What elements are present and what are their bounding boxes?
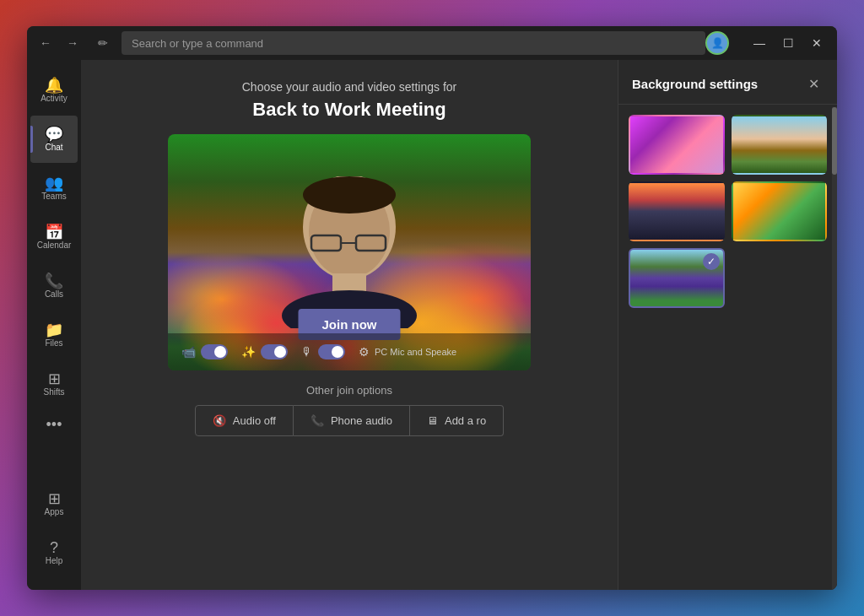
- sidebar-item-chat[interactable]: 💬 Chat: [30, 116, 78, 163]
- sidebar-item-activity[interactable]: 🔔 Activity: [30, 67, 78, 114]
- close-button[interactable]: ✕: [803, 31, 830, 55]
- sidebar-label-calendar: Calendar: [37, 241, 72, 250]
- sidebar-label-calls: Calls: [45, 290, 63, 299]
- scrollbar-thumb[interactable]: [832, 107, 837, 175]
- compose-button[interactable]: ✏: [91, 31, 115, 55]
- bg-thumbnail-5[interactable]: [629, 248, 725, 308]
- add-room-label: Add a ro: [445, 414, 486, 427]
- phone-audio-button[interactable]: 📞 Phone audio: [294, 405, 410, 436]
- bg-thumbnail-2[interactable]: [732, 115, 828, 175]
- svg-point-5: [303, 176, 396, 213]
- camera-control: 📹: [181, 344, 228, 359]
- bg-thumbnail-3[interactable]: [629, 181, 725, 241]
- sidebar-label-apps: Apps: [45, 508, 64, 516]
- calendar-icon: 📅: [45, 224, 63, 240]
- bg-thumbnails-grid: [618, 105, 837, 318]
- room-icon: 🖥: [427, 414, 438, 427]
- audio-off-button[interactable]: 🔇 Audio off: [195, 405, 294, 436]
- sidebar-item-calls[interactable]: 📞 Calls: [30, 262, 78, 310]
- blur-control: ✨: [241, 344, 288, 359]
- speaker-settings-icon: ⚙: [359, 345, 370, 359]
- content-area: Choose your audio and video settings for…: [81, 60, 618, 590]
- sidebar-top: 🔔 Activity 💬 Chat 👥 Teams 📅 Calendar 📞: [30, 67, 78, 480]
- video-preview: Join now 📹 ✨ 🎙: [168, 134, 531, 370]
- calls-icon: 📞: [45, 273, 63, 289]
- window-controls: — ☐ ✕: [746, 31, 830, 55]
- teams-icon: 👥: [45, 176, 63, 191]
- title-bar: ← → ✏ Search or type a command 👤 — ☐ ✕: [27, 26, 837, 60]
- sidebar-item-shifts[interactable]: ⊞ Shifts: [30, 360, 78, 408]
- sidebar-item-files[interactable]: 📁 Files: [30, 311, 78, 359]
- bg-thumbnail-1[interactable]: [629, 115, 725, 175]
- sidebar-item-teams[interactable]: 👥 Teams: [30, 165, 78, 212]
- bg-settings-panel: Background settings ✕: [618, 60, 837, 590]
- person-svg: [265, 176, 434, 328]
- forward-button[interactable]: →: [61, 31, 84, 55]
- shifts-icon: ⊞: [48, 371, 61, 386]
- sidebar-label-activity: Activity: [40, 95, 68, 103]
- phone-icon: 📞: [310, 414, 324, 427]
- panel-close-button[interactable]: ✕: [803, 73, 824, 94]
- activity-icon: 🔔: [45, 78, 63, 93]
- search-bar[interactable]: Search or type a command: [122, 31, 705, 55]
- back-button[interactable]: ←: [34, 31, 57, 55]
- sidebar-bottom: ⊞ Apps ? Help: [30, 480, 78, 583]
- sidebar-label-help: Help: [46, 557, 63, 565]
- bg-thumbnail-4[interactable]: [732, 181, 828, 241]
- chat-icon: 💬: [45, 127, 63, 142]
- camera-toggle[interactable]: [201, 344, 228, 359]
- video-controls: 📹 ✨ 🎙 ⚙ PC Mic and: [168, 333, 531, 370]
- person-overlay: [265, 176, 434, 328]
- add-room-button[interactable]: 🖥 Add a ro: [410, 405, 504, 436]
- phone-audio-label: Phone audio: [331, 414, 392, 427]
- help-icon: ?: [50, 540, 58, 555]
- avatar[interactable]: 👤: [705, 31, 729, 55]
- sidebar-item-calendar[interactable]: 📅 Calendar: [30, 213, 78, 261]
- panel-title: Background settings: [632, 77, 758, 91]
- search-placeholder: Search or type a command: [132, 37, 263, 50]
- speaker-control: ⚙ PC Mic and Speake: [359, 345, 456, 359]
- apps-icon: ⊞: [48, 491, 61, 506]
- minimize-button[interactable]: —: [746, 31, 773, 55]
- other-join-options: Other join options 🔇 Audio off 📞 Phone a…: [98, 384, 601, 436]
- maximize-button[interactable]: ☐: [775, 31, 802, 55]
- mic-icon: 🎙: [301, 345, 313, 359]
- sidebar: 🔔 Activity 💬 Chat 👥 Teams 📅 Calendar 📞: [27, 60, 81, 590]
- mic-toggle[interactable]: [318, 344, 345, 359]
- panel-header: Background settings ✕: [618, 60, 837, 105]
- app-window: ← → ✏ Search or type a command 👤 — ☐ ✕ 🔔…: [27, 26, 837, 590]
- meeting-setup: Choose your audio and video settings for…: [81, 60, 618, 450]
- mic-control: 🎙: [301, 344, 345, 359]
- join-options-row: 🔇 Audio off 📞 Phone audio 🖥 Add a ro: [98, 405, 601, 436]
- sidebar-item-apps[interactable]: ⊞ Apps: [30, 480, 78, 527]
- meeting-title: Back to Work Meeting: [252, 99, 446, 121]
- files-icon: 📁: [45, 322, 63, 338]
- sidebar-label-chat: Chat: [45, 143, 62, 152]
- speaker-label: PC Mic and Speake: [375, 347, 456, 357]
- camera-icon: 📹: [181, 345, 196, 359]
- blur-icon: ✨: [241, 345, 256, 359]
- audio-off-icon: 🔇: [213, 414, 226, 427]
- sidebar-label-shifts: Shifts: [43, 388, 64, 397]
- more-button[interactable]: •••: [46, 409, 62, 440]
- meeting-subtitle: Choose your audio and video settings for: [242, 80, 457, 94]
- blur-toggle[interactable]: [261, 344, 288, 359]
- nav-buttons: ← →: [34, 31, 84, 55]
- audio-off-label: Audio off: [233, 414, 276, 427]
- sidebar-item-help[interactable]: ? Help: [30, 529, 78, 576]
- scrollbar-track[interactable]: [832, 107, 837, 590]
- other-options-label: Other join options: [98, 384, 601, 397]
- sidebar-label-teams: Teams: [41, 192, 66, 201]
- sidebar-label-files: Files: [45, 339, 62, 348]
- main-layout: 🔔 Activity 💬 Chat 👥 Teams 📅 Calendar 📞: [27, 60, 837, 590]
